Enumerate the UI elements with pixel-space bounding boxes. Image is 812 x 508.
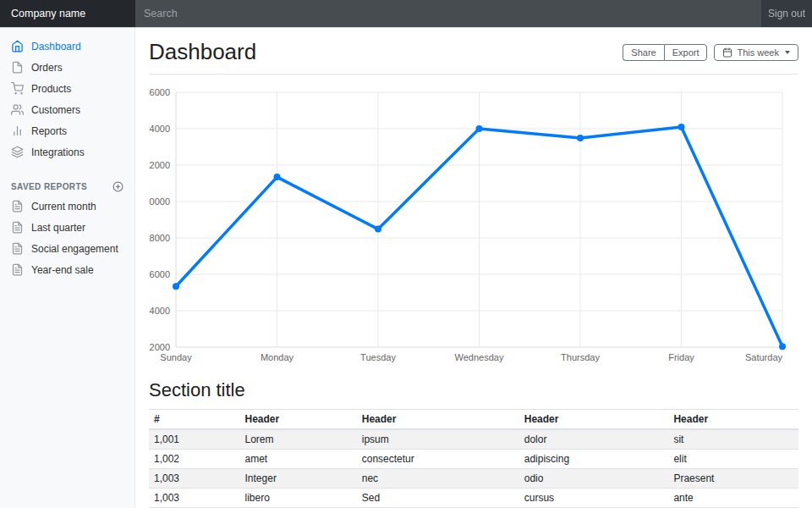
table-row: 1,003liberoSedcursusante <box>149 489 798 508</box>
svg-text:Sunday: Sunday <box>160 352 192 362</box>
file-text-icon <box>11 221 24 234</box>
table-cell: Integer <box>240 469 357 489</box>
table-cell: dolor <box>519 429 669 450</box>
svg-text:20000: 20000 <box>149 196 170 207</box>
table-header-cell: # <box>149 410 240 430</box>
table-row: 1,003IntegernecodioPraesent <box>149 469 798 489</box>
saved-report-year-end-sale[interactable]: Year-end sale <box>0 259 134 280</box>
table-head: #HeaderHeaderHeaderHeader <box>149 410 798 430</box>
svg-text:Friday: Friday <box>668 352 694 362</box>
svg-text:22000: 22000 <box>149 160 170 170</box>
saved-report-social-engagement[interactable]: Social engagement <box>0 238 134 259</box>
svg-text:Thursday: Thursday <box>561 352 600 362</box>
table-cell: cursus <box>519 489 669 508</box>
sidebar-item-reports[interactable]: Reports <box>0 120 134 141</box>
toolbar: Share Export This week <box>623 44 798 61</box>
sidebar-item-dashboard[interactable]: Dashboard <box>0 36 134 57</box>
table-header-row: #HeaderHeaderHeaderHeader <box>149 410 798 430</box>
file-text-icon <box>11 263 24 276</box>
sign-out-link[interactable]: Sign out <box>761 0 812 27</box>
table-cell: ipsum <box>357 429 519 450</box>
sidebar-item-label: Orders <box>31 62 63 74</box>
sidebar-item-label: Reports <box>31 125 67 137</box>
sidebar-item-customers[interactable]: Customers <box>0 99 134 120</box>
saved-report-last-quarter[interactable]: Last quarter <box>0 217 134 238</box>
brand-link[interactable]: Company name <box>0 0 135 27</box>
main-content: Dashboard Share Export This week 2600024… <box>135 27 812 508</box>
file-text-icon <box>11 242 24 255</box>
svg-text:24000: 24000 <box>149 124 170 134</box>
table-cell: ante <box>668 489 798 508</box>
table-cell: elit <box>668 450 798 469</box>
sidebar-item-products[interactable]: Products <box>0 78 134 99</box>
sidebar: DashboardOrdersProductsCustomersReportsI… <box>0 27 135 508</box>
svg-text:12000: 12000 <box>149 342 170 352</box>
table-cell: odio <box>519 469 669 489</box>
sidebar-item-label: Last quarter <box>31 222 85 234</box>
sidebar-item-label: Products <box>31 83 71 95</box>
svg-text:26000: 26000 <box>149 87 170 97</box>
share-button[interactable]: Share <box>623 44 663 61</box>
table-cell: libero <box>240 489 357 508</box>
svg-text:14000: 14000 <box>149 306 170 316</box>
table-cell: 1,001 <box>149 429 240 450</box>
table-cell: amet <box>240 450 357 469</box>
plus-circle-icon[interactable] <box>112 181 123 192</box>
table-body: 1,001Loremipsumdolorsit1,002ametconsecte… <box>149 429 798 508</box>
table-cell: 1,003 <box>149 489 240 508</box>
table-header-cell: Header <box>357 410 519 430</box>
share-export-group: Share Export <box>623 44 707 61</box>
table-header-cell: Header <box>668 410 798 430</box>
table-header-cell: Header <box>519 410 669 430</box>
file-text-icon <box>11 200 24 213</box>
period-label: This week <box>737 47 779 58</box>
calendar-icon <box>722 47 732 58</box>
sidebar-item-label: Year-end sale <box>31 264 94 276</box>
sidebar-item-orders[interactable]: Orders <box>0 57 134 78</box>
page-header: Dashboard Share Export This week <box>149 27 798 75</box>
table-cell: sit <box>668 429 798 450</box>
table-cell: adipiscing <box>519 450 669 469</box>
saved-report-current-month[interactable]: Current month <box>0 196 134 217</box>
bar-chart-icon <box>11 124 24 137</box>
table-cell: Sed <box>357 489 519 508</box>
page-title: Dashboard <box>149 39 256 65</box>
period-dropdown-button[interactable]: This week <box>714 44 798 61</box>
table-cell: 1,003 <box>149 469 240 489</box>
saved-reports-label: Saved reports <box>11 182 87 191</box>
svg-text:Saturday: Saturday <box>745 352 783 362</box>
sidebar-item-label: Current month <box>31 201 96 213</box>
sales-chart: 2600024000220002000018000160001400012000… <box>149 85 798 367</box>
top-navbar: Company name Sign out <box>0 0 812 27</box>
table-row: 1,002ametconsecteturadipiscingelit <box>149 450 798 469</box>
file-icon <box>11 61 24 74</box>
svg-text:18000: 18000 <box>149 233 170 243</box>
table-cell: 1,002 <box>149 450 240 469</box>
svg-text:Monday: Monday <box>261 352 294 362</box>
saved-reports-heading: Saved reports <box>0 176 134 196</box>
sidebar-item-label: Dashboard <box>31 41 81 52</box>
saved-reports-list: Current monthLast quarterSocial engageme… <box>0 196 134 280</box>
table-cell: consectetur <box>357 450 519 469</box>
shopping-cart-icon <box>11 82 24 95</box>
data-table: #HeaderHeaderHeaderHeader 1,001Loremipsu… <box>149 409 798 508</box>
sidebar-item-label: Integrations <box>31 146 85 158</box>
users-icon <box>11 103 24 116</box>
search-input[interactable] <box>135 0 761 27</box>
sidebar-item-integrations[interactable]: Integrations <box>0 141 134 163</box>
sidebar-item-label: Social engagement <box>31 243 118 255</box>
svg-text:16000: 16000 <box>149 269 170 279</box>
layers-icon <box>11 146 24 158</box>
table-header-cell: Header <box>240 410 357 430</box>
svg-text:Wednesday: Wednesday <box>455 352 504 362</box>
table-cell: Lorem <box>240 429 357 450</box>
sidebar-nav: DashboardOrdersProductsCustomersReportsI… <box>0 36 134 163</box>
table-cell: Praesent <box>668 469 798 489</box>
export-button[interactable]: Export <box>664 44 708 61</box>
sidebar-item-label: Customers <box>31 104 80 116</box>
caret-down-icon <box>785 51 790 54</box>
home-icon <box>11 40 24 52</box>
table-cell: nec <box>357 469 519 489</box>
svg-text:Tuesday: Tuesday <box>360 352 396 362</box>
section-title: Section title <box>149 379 798 401</box>
